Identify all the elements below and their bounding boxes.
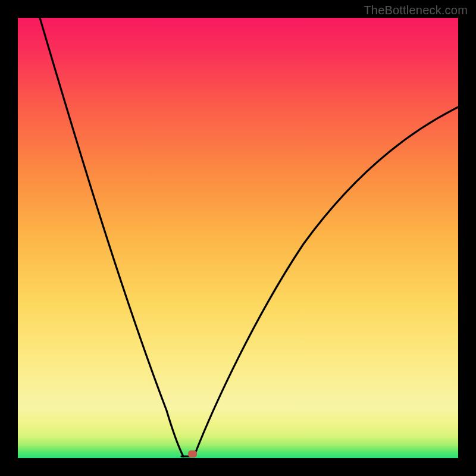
bottleneck-curve: [18, 18, 458, 458]
plot-area: [18, 18, 458, 458]
optimum-marker: [188, 450, 197, 458]
curve-left-branch: [40, 18, 183, 456]
watermark-text: TheBottleneck.com: [364, 4, 468, 17]
chart-canvas: TheBottleneck.com: [0, 0, 476, 476]
curve-right-branch: [194, 107, 458, 456]
